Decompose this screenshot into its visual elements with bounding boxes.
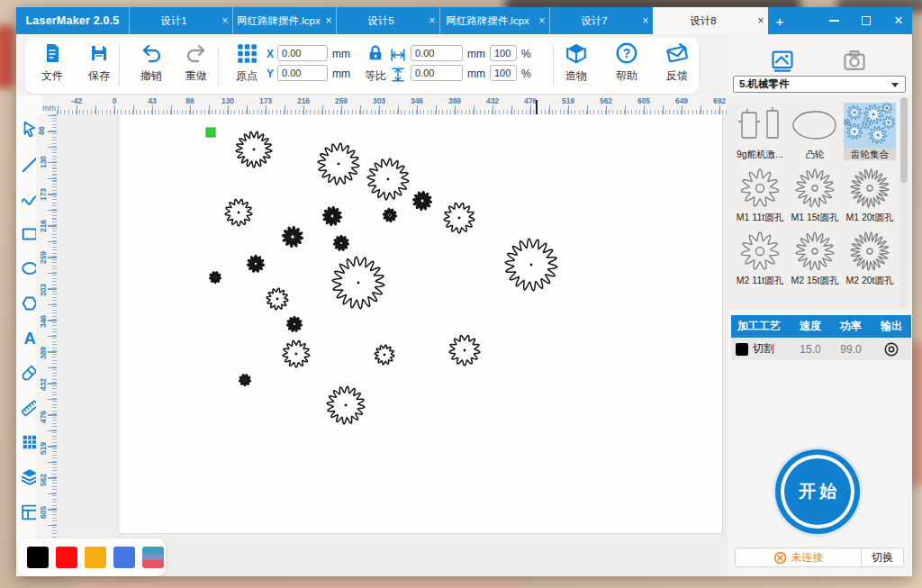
create-button[interactable]: 造物: [553, 40, 600, 92]
unit-label: mm: [332, 48, 350, 60]
tab-camera[interactable]: [839, 47, 870, 74]
connection-status: 未连接: [736, 548, 862, 566]
ruler-tick-label: 389: [39, 347, 48, 359]
horizontal-ruler: -420438613017321625930334638943247651956…: [57, 95, 728, 114]
undo-button[interactable]: 撤销: [128, 40, 175, 92]
library-item[interactable]: M2 11t圆孔: [734, 229, 786, 288]
layer-color-swatch: [736, 343, 748, 356]
window-controls: ×: [824, 7, 908, 34]
svg-text:?: ?: [623, 46, 631, 60]
library-item[interactable]: M2 15t圆孔: [789, 229, 841, 288]
library-item[interactable]: M1 15t圆孔: [789, 166, 841, 225]
ruler-tick-label: 86: [185, 96, 194, 105]
design-canvas[interactable]: [57, 114, 728, 576]
multi-color-swatch[interactable]: [142, 547, 164, 568]
document-tab[interactable]: 设计1 ×: [129, 7, 232, 34]
tab-library[interactable]: [767, 47, 798, 74]
close-button[interactable]: ×: [889, 11, 908, 31]
y-position-input[interactable]: 0.00: [277, 65, 328, 81]
library-item[interactable]: 齿轮集合: [844, 103, 896, 162]
color-swatch[interactable]: [85, 547, 106, 568]
save-button[interactable]: 保存: [76, 40, 122, 92]
tab-close-icon[interactable]: ×: [754, 14, 768, 27]
ruler-tick-label: 476: [39, 411, 48, 423]
canvas-viewport[interactable]: [57, 114, 728, 576]
output-toggle[interactable]: [872, 341, 911, 357]
file-button[interactable]: 文件: [29, 40, 76, 92]
minimize-button[interactable]: [824, 11, 844, 31]
wallpaper-shape: [0, 25, 14, 88]
switch-device-button[interactable]: 切换: [862, 550, 903, 565]
document-tab[interactable]: 设计7 ×: [549, 7, 653, 34]
height-input[interactable]: 0.00: [411, 65, 463, 81]
connection-bar: 未连接 切换: [735, 547, 904, 567]
color-swatch[interactable]: [56, 547, 77, 568]
tab-close-icon[interactable]: ×: [638, 14, 653, 27]
library-item-label: M2 15t圆孔: [789, 274, 841, 286]
ruler-tick-label: 173: [259, 96, 272, 105]
ruler-tick-label: 216: [297, 96, 310, 105]
ruler-tick-label: 346: [411, 96, 423, 105]
library-item[interactable]: M2 20t圆孔: [844, 229, 896, 288]
vertical-ruler: 86130173216259303346389432476519562605: [36, 114, 57, 576]
redo-icon: [185, 40, 208, 67]
document-tab[interactable]: 设计8 ×: [653, 7, 768, 34]
start-button[interactable]: 开始: [775, 449, 860, 534]
width-percent-input[interactable]: 100: [490, 45, 517, 61]
tab-close-icon[interactable]: ×: [218, 14, 232, 27]
right-panel: 5.机械零件 9g舵机激... 凸轮 齿轮集合 M1 11t圆孔 M1 15t圆…: [728, 34, 912, 576]
library-item-thumbnail: [844, 229, 896, 274]
toolbar-label: 造物: [565, 68, 587, 84]
document-tab[interactable]: 网红路牌摆件.lcpx ×: [232, 7, 336, 34]
unit-label: mm: [467, 68, 485, 80]
origin-button[interactable]: 原点: [223, 40, 270, 92]
library-item-label: M1 20t圆孔: [844, 211, 896, 223]
canvas-page[interactable]: [120, 114, 722, 533]
ruler-tick-label: 216: [39, 220, 48, 232]
document-tab[interactable]: 设计5 ×: [336, 7, 439, 34]
toolbar-label: 重做: [185, 68, 207, 84]
library-item-label: M1 11t圆孔: [734, 211, 786, 223]
library-scrollbar[interactable]: [900, 97, 908, 309]
library-item-thumbnail: [734, 229, 786, 274]
document-tab[interactable]: 网红路牌摆件.lcpx ×: [439, 7, 549, 34]
feedback-button[interactable]: 反馈: [654, 40, 701, 92]
ruler-cursor-marker: [536, 100, 538, 114]
height-icon: [389, 67, 407, 83]
ruler-tick-label: 519: [562, 96, 574, 105]
process-row[interactable]: 切割 15.0 99.0: [731, 338, 911, 360]
eye-icon: [881, 341, 901, 357]
ruler-tick-label: 649: [675, 96, 688, 105]
height-percent-input[interactable]: 100: [490, 65, 517, 81]
library-item[interactable]: 9g舵机激...: [734, 103, 786, 162]
lock-icon: [366, 40, 385, 67]
tab-label: 设计5: [337, 14, 425, 28]
ruler-tick-label: 519: [39, 442, 48, 455]
library-item[interactable]: M1 11t圆孔: [734, 166, 786, 225]
library-item[interactable]: M1 20t圆孔: [844, 166, 896, 225]
help-button[interactable]: ? 帮助: [603, 40, 650, 92]
new-tab-button[interactable]: +: [768, 7, 791, 34]
origin-marker[interactable]: [206, 128, 215, 137]
tab-bar: 设计1 ×网红路牌摆件.lcpx ×设计5 ×网红路牌摆件.lcpx ×设计7 …: [129, 7, 768, 34]
ruler-tick-label: 389: [448, 96, 461, 105]
file-icon: [41, 40, 63, 67]
category-dropdown[interactable]: 5.机械零件: [733, 76, 906, 93]
process-name: 切割: [753, 341, 774, 357]
power-value: 99.0: [830, 343, 872, 356]
width-input[interactable]: 0.00: [411, 45, 463, 61]
ruler-tick-label: 432: [486, 96, 499, 105]
color-swatch[interactable]: [27, 547, 49, 568]
maximize-button[interactable]: [856, 11, 876, 31]
tab-close-icon[interactable]: ×: [535, 14, 549, 27]
x-position-input[interactable]: 0.00: [277, 45, 328, 61]
tab-close-icon[interactable]: ×: [425, 14, 439, 27]
redo-button[interactable]: 重做: [173, 40, 220, 92]
library-item-label: M1 15t圆孔: [789, 211, 841, 223]
library-item-thumbnail: [734, 166, 786, 211]
color-swatch[interactable]: [113, 547, 135, 568]
process-table-header: 加工工艺速度功率输出: [731, 315, 911, 338]
tab-close-icon[interactable]: ×: [321, 14, 336, 27]
ruler-tick-label: 692: [713, 96, 726, 105]
library-item[interactable]: 凸轮: [789, 103, 841, 162]
